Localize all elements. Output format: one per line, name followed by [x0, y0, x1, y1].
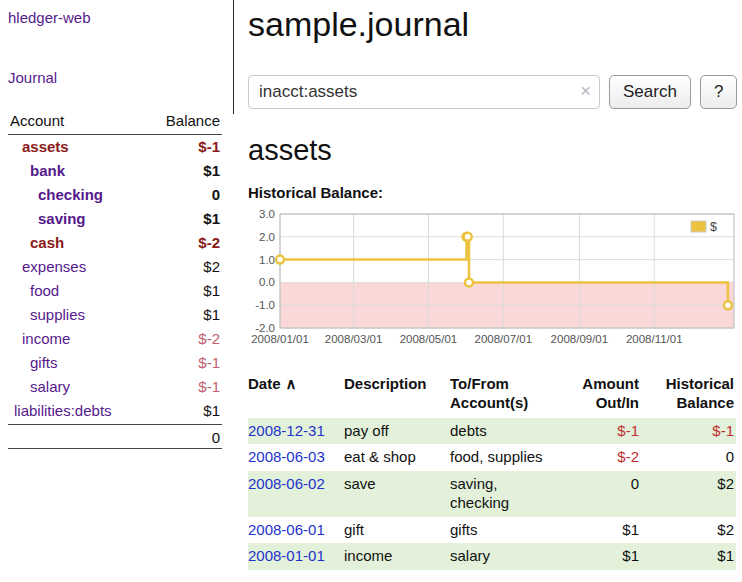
x-tick-label: 2008/01/01 — [251, 333, 309, 345]
account-balance: $-1 — [198, 135, 222, 159]
account-balance: $-2 — [198, 231, 222, 255]
account-row: assets$-1 — [8, 135, 222, 159]
cell-amount: $1 — [556, 517, 641, 544]
app-title-link[interactable]: hledger-web — [8, 9, 91, 26]
register-row: 2008-06-03eat & shopfood, supplies$-20 — [248, 444, 736, 471]
account-link-saving[interactable]: saving — [8, 207, 86, 231]
y-tick-label: 3.0 — [259, 208, 275, 220]
account-link-gifts[interactable]: gifts — [8, 351, 58, 375]
cell-historical-balance: $2 — [641, 471, 736, 517]
help-button[interactable]: ? — [700, 75, 737, 109]
clear-search-icon[interactable]: × — [580, 80, 591, 102]
account-link-assets[interactable]: assets — [8, 135, 69, 159]
chart-label: Historical Balance: — [248, 184, 736, 201]
cell-historical-balance: 0 — [641, 444, 736, 471]
cell-date: 2008-01-01 — [248, 543, 344, 570]
account-row: supplies$1 — [8, 303, 222, 327]
cell-accounts: salary — [450, 543, 556, 570]
accounts-total: 0 — [8, 424, 222, 449]
cell-amount: $-2 — [556, 444, 641, 471]
account-link-checking[interactable]: checking — [8, 183, 103, 207]
search-input[interactable] — [248, 75, 600, 109]
transaction-date-link[interactable]: 2008-12-31 — [248, 422, 325, 439]
account-link-supplies[interactable]: supplies — [8, 303, 85, 327]
x-tick-label: 2008/09/01 — [551, 333, 609, 345]
sidebar-divider — [233, 0, 234, 114]
cell-amount: 0 — [556, 471, 641, 517]
account-link-income[interactable]: income — [8, 327, 70, 351]
legend-label: $ — [710, 220, 717, 234]
account-balance: $1 — [203, 207, 222, 231]
accounts-table-header: Account Balance — [8, 110, 222, 135]
data-point — [464, 233, 472, 241]
account-link-cash[interactable]: cash — [8, 231, 64, 255]
historical-balance-chart: 3.02.01.00.0-1.0-2.02008/01/012008/03/01… — [248, 208, 736, 361]
search-box: × — [248, 75, 600, 109]
account-link-expenses[interactable]: expenses — [8, 255, 86, 279]
account-link-liabilities-debts[interactable]: liabilities:debts — [8, 399, 112, 423]
x-tick-label: 2008/03/01 — [325, 333, 383, 345]
account-balance: $-1 — [198, 375, 222, 399]
account-row: food$1 — [8, 279, 222, 303]
cell-description: save — [344, 471, 450, 517]
register-header-to-from-account-s-[interactable]: To/From Account(s) — [450, 373, 556, 418]
cell-date: 2008-06-01 — [248, 517, 344, 544]
register-header-historical-balance[interactable]: Historical Balance — [641, 373, 736, 418]
account-row: expenses$2 — [8, 255, 222, 279]
register-header-amount-out-in[interactable]: Amount Out/In — [556, 373, 641, 418]
cell-description: income — [344, 543, 450, 570]
transaction-date-link[interactable]: 2008-01-01 — [248, 547, 325, 564]
accounts-col-account: Account — [10, 112, 64, 129]
register-row: 2008-06-01giftgifts$1$2 — [248, 517, 736, 544]
search-button[interactable]: Search — [609, 75, 691, 109]
account-row: cash$-2 — [8, 231, 222, 255]
x-tick-label: 2008/05/01 — [400, 333, 458, 345]
account-balance: $1 — [203, 159, 222, 183]
register-table: Date∧DescriptionTo/From Account(s)Amount… — [248, 373, 736, 570]
accounts-col-balance: Balance — [166, 112, 220, 129]
account-heading: assets — [248, 134, 736, 167]
account-balance: $2 — [203, 255, 222, 279]
accounts-table: Account Balance assets$-1bank$1checking0… — [8, 110, 222, 449]
account-balance: $1 — [203, 303, 222, 327]
cell-date: 2008-06-02 — [248, 471, 344, 517]
transaction-date-link[interactable]: 2008-06-03 — [248, 448, 325, 465]
register-row: 2008-12-31pay offdebts$-1$-1 — [248, 418, 736, 445]
page-title: sample.journal — [248, 5, 736, 44]
x-tick-label: 2008/07/01 — [475, 333, 533, 345]
cell-historical-balance: $-1 — [641, 418, 736, 445]
cell-description: gift — [344, 517, 450, 544]
transaction-date-link[interactable]: 2008-06-02 — [248, 475, 325, 492]
account-row: liabilities:debts$1 — [8, 399, 222, 423]
sort-ascending-icon: ∧ — [286, 375, 297, 392]
register-header-description[interactable]: Description — [344, 373, 450, 418]
register-row: 2008-06-02savesaving, checking0$2 — [248, 471, 736, 517]
search-form: × Search ? — [248, 75, 736, 109]
account-row: gifts$-1 — [8, 351, 222, 375]
cell-description: eat & shop — [344, 444, 450, 471]
y-tick-label: -1.0 — [255, 299, 275, 311]
x-tick-label: 2008/11/01 — [626, 333, 683, 345]
y-tick-label: 0.0 — [259, 276, 275, 288]
account-link-food[interactable]: food — [8, 279, 59, 303]
journal-link[interactable]: Journal — [8, 69, 233, 86]
account-row: bank$1 — [8, 159, 222, 183]
chart-canvas: 3.02.01.00.0-1.0-2.02008/01/012008/03/01… — [248, 208, 736, 358]
transaction-date-link[interactable]: 2008-06-01 — [248, 521, 325, 538]
accounts-rows: assets$-1bank$1checking0saving$1cash$-2e… — [8, 135, 222, 423]
cell-description: pay off — [344, 418, 450, 445]
cell-date: 2008-06-03 — [248, 444, 344, 471]
account-balance: $1 — [203, 279, 222, 303]
account-balance: $-1 — [198, 351, 222, 375]
account-link-bank[interactable]: bank — [8, 159, 65, 183]
y-tick-label: 2.0 — [259, 231, 275, 243]
cell-accounts: gifts — [450, 517, 556, 544]
cell-amount: $1 — [556, 543, 641, 570]
register-row: 2008-01-01incomesalary$1$1 — [248, 543, 736, 570]
account-link-salary[interactable]: salary — [8, 375, 70, 399]
y-tick-label: 1.0 — [259, 254, 275, 266]
register-header-date[interactable]: Date∧ — [248, 373, 344, 418]
data-point — [724, 301, 732, 309]
account-balance: 0 — [212, 183, 222, 207]
account-balance: $1 — [203, 399, 222, 423]
